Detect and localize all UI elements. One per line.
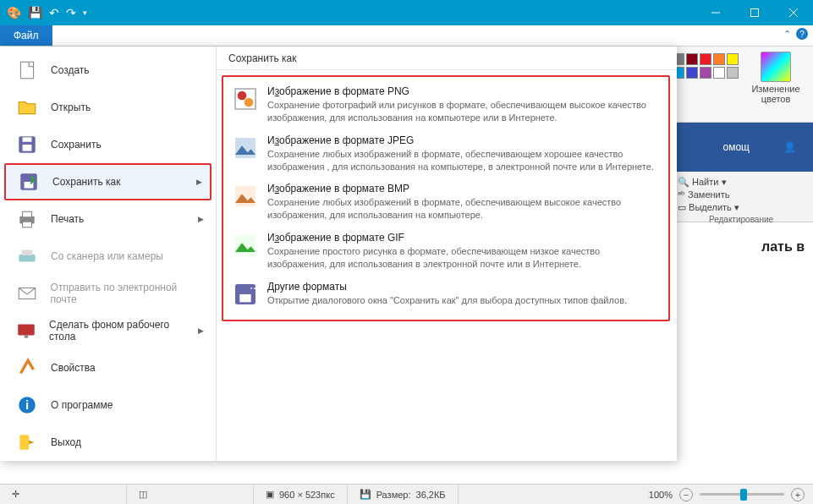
email-icon: [15, 282, 39, 305]
word-tab-label: омощ: [723, 141, 750, 153]
word-body-text: лать в: [669, 222, 813, 271]
zoom-out-button[interactable]: −: [679, 488, 693, 501]
option-title: Изображение в формате JPEG: [267, 134, 660, 146]
svg-rect-20: [235, 89, 255, 109]
file-menu-item-print[interactable]: Печать▶: [0, 200, 216, 238]
svg-rect-25: [235, 235, 255, 255]
ribbon-tab-strip: Файл ⌃ ?: [0, 25, 813, 47]
edit-colors-button[interactable]: Изменение цветов: [750, 52, 801, 104]
word-select[interactable]: ▭ Выделить ▾: [678, 202, 805, 213]
svg-point-22: [244, 98, 254, 107]
color-swatch[interactable]: [686, 53, 698, 65]
file-menu-item-props[interactable]: Свойства: [0, 349, 216, 386]
svg-rect-11: [23, 211, 32, 217]
svg-text:⋯: ⋯: [250, 282, 259, 294]
option-desc: Сохранение любых изображений в формате, …: [267, 148, 660, 173]
option-desc: Сохранение простого рисунка в формате, о…: [267, 245, 660, 271]
title-bar: 🎨 💾 ↶ ↷ ▾: [0, 0, 813, 25]
file-menu-item-wallpaper[interactable]: Сделать фоном рабочего стола▶: [0, 312, 216, 349]
file-menu-item-new[interactable]: Создать: [0, 52, 216, 89]
svg-rect-13: [19, 255, 36, 262]
save-as-panel-title: Сохранить как: [217, 47, 677, 70]
about-icon: i: [15, 393, 39, 417]
file-menu-item-open[interactable]: Открыть: [0, 89, 216, 126]
color-swatch[interactable]: [686, 67, 698, 79]
word-share-icon: 👤: [783, 141, 796, 153]
color-swatch[interactable]: [727, 53, 739, 65]
bmp-format-icon: [232, 183, 259, 210]
file-menu-item-about[interactable]: iО программе: [0, 386, 216, 424]
maximize-button[interactable]: [735, 0, 774, 25]
file-menu-right: Сохранить как Изображение в формате PNGС…: [217, 47, 677, 461]
svg-rect-24: [235, 186, 255, 206]
cursor-pos-cell: ✛: [0, 485, 127, 504]
file-menu-item-saveas[interactable]: Сохранить как▶: [4, 163, 211, 200]
saveas-icon: [17, 170, 41, 194]
help-icon[interactable]: ?: [796, 28, 808, 40]
save-icon: [15, 133, 39, 156]
option-desc: Сохранение фотографий или рисунков в фор…: [267, 99, 660, 124]
file-menu-item-exit[interactable]: Выход: [0, 424, 216, 461]
option-title: Изображение в формате GIF: [267, 232, 660, 244]
option-title: Изображение в формате PNG: [267, 85, 660, 97]
svg-rect-7: [23, 137, 32, 141]
save-as-option-gif[interactable]: Изображение в формате GIFСохранение прос…: [228, 227, 663, 276]
file-menu: СоздатьОткрытьСохранитьСохранить как▶Печ…: [0, 47, 677, 461]
svg-point-21: [238, 91, 247, 101]
save-as-option-other[interactable]: ⋯Другие форматыОткрытие диалогового окна…: [228, 276, 663, 313]
option-desc: Открытие диалогового окна "Сохранить как…: [267, 294, 627, 307]
close-button[interactable]: [774, 0, 813, 25]
file-menu-item-label: Печать: [51, 213, 84, 225]
svg-rect-6: [23, 145, 32, 151]
qat-save-icon[interactable]: 💾: [28, 6, 42, 19]
color-swatch[interactable]: [700, 53, 711, 65]
exit-icon: [15, 430, 39, 454]
status-bar: ✛ ◫ ▣ 960 × 523пкс 💾 Размер: 36,2КБ 100%…: [0, 484, 813, 504]
file-menu-item-email: Отправить по электронной почте: [0, 275, 216, 312]
zoom-control[interactable]: 100% − +: [640, 488, 813, 501]
zoom-in-button[interactable]: +: [791, 488, 805, 501]
qat-dropdown-icon[interactable]: ▾: [83, 8, 87, 17]
qat-redo-icon[interactable]: ↷: [66, 6, 76, 19]
save-as-option-bmp[interactable]: Изображение в формате BMPСохранение любы…: [228, 178, 663, 227]
file-menu-item-label: Сделать фоном рабочего стола: [49, 319, 186, 342]
svg-rect-4: [20, 62, 33, 79]
zoom-slider[interactable]: [700, 493, 784, 496]
wallpaper-icon: [15, 319, 37, 342]
color-swatch[interactable]: [727, 67, 739, 79]
edit-colors-label: Изменение цветов: [751, 84, 799, 104]
color-swatch[interactable]: [713, 67, 725, 79]
option-desc: Сохранение любых изображений в формате, …: [267, 196, 660, 222]
save-as-option-jpeg[interactable]: Изображение в формате JPEGСохранение люб…: [228, 129, 663, 178]
save-as-option-png[interactable]: Изображение в формате PNGСохранение фото…: [228, 80, 663, 129]
quick-access-toolbar: 🎨 💾 ↶ ↷ ▾: [0, 6, 94, 19]
submenu-arrow-icon: ▶: [196, 178, 202, 186]
file-menu-item-save[interactable]: Сохранить: [0, 126, 216, 163]
word-replace[interactable]: ᵃᵇ Заменить: [678, 189, 805, 200]
file-menu-item-label: Сохранить как: [52, 176, 120, 188]
file-size-cell: 💾 Размер: 36,2КБ: [348, 485, 459, 504]
app-icon: 🎨: [7, 6, 21, 19]
file-menu-item-label: Со сканера или камеры: [51, 250, 163, 262]
submenu-arrow-icon: ▶: [198, 326, 204, 335]
file-menu-item-label: Сохранить: [51, 139, 102, 151]
file-menu-item-label: Создать: [51, 64, 90, 76]
svg-rect-17: [25, 335, 28, 337]
open-icon: [15, 96, 39, 119]
color-swatch[interactable]: [713, 53, 725, 65]
color-swatch[interactable]: [700, 67, 711, 79]
word-find[interactable]: 🔍 Найти ▾: [678, 177, 805, 188]
svg-rect-1: [751, 9, 759, 17]
file-menu-left: СоздатьОткрытьСохранитьСохранить как▶Печ…: [0, 47, 217, 461]
minimize-button[interactable]: [696, 0, 735, 25]
file-tab[interactable]: Файл: [0, 25, 52, 46]
collapse-ribbon-icon[interactable]: ⌃: [783, 29, 791, 40]
option-title: Другие форматы: [267, 281, 627, 293]
svg-text:i: i: [25, 397, 29, 412]
other-format-icon: ⋯: [232, 281, 259, 308]
file-menu-item-label: Выход: [51, 436, 81, 448]
qat-undo-icon[interactable]: ↶: [49, 6, 59, 19]
ribbon-help: ⌃ ?: [783, 28, 808, 40]
svg-rect-27: [239, 294, 250, 302]
file-menu-item-label: Открыть: [51, 101, 91, 113]
